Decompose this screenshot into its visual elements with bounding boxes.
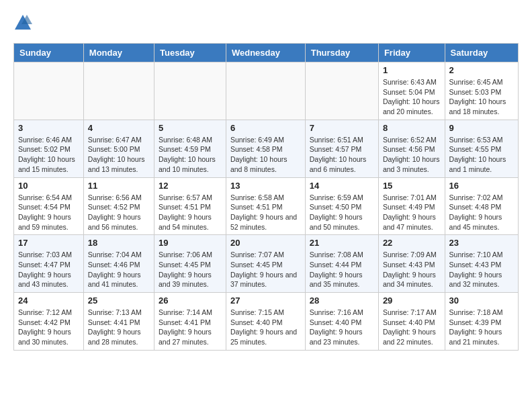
calendar-cell <box>14 62 84 120</box>
day-info: Sunrise: 6:58 AM Sunset: 4:51 PM Dayligh… <box>230 193 301 232</box>
day-info: Sunrise: 7:08 AM Sunset: 4:44 PM Dayligh… <box>310 250 374 289</box>
calendar-week-row: 17Sunrise: 7:03 AM Sunset: 4:47 PM Dayli… <box>14 235 519 293</box>
calendar-week-row: 1Sunrise: 6:43 AM Sunset: 5:04 PM Daylig… <box>14 62 519 120</box>
calendar-cell: 23Sunrise: 7:10 AM Sunset: 4:43 PM Dayli… <box>445 235 518 293</box>
calendar-week-row: 24Sunrise: 7:12 AM Sunset: 4:42 PM Dayli… <box>14 293 519 351</box>
day-info: Sunrise: 6:53 AM Sunset: 4:55 PM Dayligh… <box>449 135 514 175</box>
col-header-monday: Monday <box>83 44 154 62</box>
calendar-cell: 29Sunrise: 7:17 AM Sunset: 4:40 PM Dayli… <box>378 293 445 351</box>
calendar-cell: 9Sunrise: 6:53 AM Sunset: 4:55 PM Daylig… <box>445 120 518 177</box>
calendar-table: SundayMondayTuesdayWednesdayThursdayFrid… <box>13 43 519 351</box>
day-info: Sunrise: 7:09 AM Sunset: 4:43 PM Dayligh… <box>383 250 441 289</box>
day-info: Sunrise: 7:10 AM Sunset: 4:43 PM Dayligh… <box>449 250 514 289</box>
day-info: Sunrise: 6:49 AM Sunset: 4:58 PM Dayligh… <box>230 135 301 175</box>
day-number: 23 <box>449 238 514 248</box>
day-number: 8 <box>383 123 441 133</box>
day-number: 21 <box>310 238 374 248</box>
col-header-wednesday: Wednesday <box>226 44 305 62</box>
calendar-cell: 11Sunrise: 6:56 AM Sunset: 4:52 PM Dayli… <box>83 177 154 235</box>
calendar-cell: 24Sunrise: 7:12 AM Sunset: 4:42 PM Dayli… <box>14 293 84 351</box>
day-number: 6 <box>230 123 301 133</box>
calendar-cell: 21Sunrise: 7:08 AM Sunset: 4:44 PM Dayli… <box>305 235 378 293</box>
day-info: Sunrise: 6:47 AM Sunset: 5:00 PM Dayligh… <box>88 135 150 175</box>
calendar-cell: 2Sunrise: 6:45 AM Sunset: 5:03 PM Daylig… <box>445 62 518 120</box>
calendar-cell: 22Sunrise: 7:09 AM Sunset: 4:43 PM Dayli… <box>378 235 445 293</box>
day-info: Sunrise: 6:48 AM Sunset: 4:59 PM Dayligh… <box>159 135 222 175</box>
day-number: 27 <box>230 295 301 306</box>
calendar-cell <box>305 62 378 120</box>
calendar-cell: 4Sunrise: 6:47 AM Sunset: 5:00 PM Daylig… <box>83 120 154 177</box>
calendar-week-row: 10Sunrise: 6:54 AM Sunset: 4:54 PM Dayli… <box>14 177 519 235</box>
calendar-cell: 17Sunrise: 7:03 AM Sunset: 4:47 PM Dayli… <box>14 235 84 293</box>
day-info: Sunrise: 7:13 AM Sunset: 4:41 PM Dayligh… <box>88 308 150 347</box>
calendar-cell: 16Sunrise: 7:02 AM Sunset: 4:48 PM Dayli… <box>445 177 518 235</box>
day-number: 3 <box>18 123 79 133</box>
day-number: 12 <box>159 181 222 191</box>
day-info: Sunrise: 7:17 AM Sunset: 4:40 PM Dayligh… <box>383 308 441 347</box>
day-info: Sunrise: 6:45 AM Sunset: 5:03 PM Dayligh… <box>449 77 514 117</box>
calendar-cell <box>226 62 305 120</box>
calendar-cell: 20Sunrise: 7:07 AM Sunset: 4:45 PM Dayli… <box>226 235 305 293</box>
day-number: 28 <box>310 295 374 306</box>
day-number: 30 <box>449 295 514 306</box>
calendar-cell: 10Sunrise: 6:54 AM Sunset: 4:54 PM Dayli… <box>14 177 84 235</box>
day-number: 25 <box>88 295 150 306</box>
calendar-cell: 7Sunrise: 6:51 AM Sunset: 4:57 PM Daylig… <box>305 120 378 177</box>
calendar-cell: 14Sunrise: 6:59 AM Sunset: 4:50 PM Dayli… <box>305 177 378 235</box>
calendar-header-row: SundayMondayTuesdayWednesdayThursdayFrid… <box>14 44 519 62</box>
day-number: 4 <box>88 123 150 133</box>
day-number: 2 <box>449 65 514 75</box>
calendar-cell: 8Sunrise: 6:52 AM Sunset: 4:56 PM Daylig… <box>378 120 445 177</box>
col-header-sunday: Sunday <box>14 44 84 62</box>
day-number: 5 <box>159 123 222 133</box>
calendar-cell <box>154 62 226 120</box>
logo <box>13 13 35 32</box>
day-info: Sunrise: 7:01 AM Sunset: 4:49 PM Dayligh… <box>383 193 441 232</box>
day-info: Sunrise: 7:02 AM Sunset: 4:48 PM Dayligh… <box>449 193 514 232</box>
day-info: Sunrise: 7:12 AM Sunset: 4:42 PM Dayligh… <box>18 308 79 347</box>
day-number: 13 <box>230 181 301 191</box>
col-header-thursday: Thursday <box>305 44 378 62</box>
calendar-cell: 5Sunrise: 6:48 AM Sunset: 4:59 PM Daylig… <box>154 120 226 177</box>
calendar-cell: 3Sunrise: 6:46 AM Sunset: 5:02 PM Daylig… <box>14 120 84 177</box>
calendar-cell: 1Sunrise: 6:43 AM Sunset: 5:04 PM Daylig… <box>378 62 445 120</box>
day-info: Sunrise: 6:59 AM Sunset: 4:50 PM Dayligh… <box>310 193 374 232</box>
day-number: 19 <box>159 238 222 248</box>
day-info: Sunrise: 7:14 AM Sunset: 4:41 PM Dayligh… <box>159 308 222 347</box>
calendar-cell <box>83 62 154 120</box>
calendar-cell: 12Sunrise: 6:57 AM Sunset: 4:51 PM Dayli… <box>154 177 226 235</box>
calendar-cell: 6Sunrise: 6:49 AM Sunset: 4:58 PM Daylig… <box>226 120 305 177</box>
calendar-cell: 30Sunrise: 7:18 AM Sunset: 4:39 PM Dayli… <box>445 293 518 351</box>
day-info: Sunrise: 6:51 AM Sunset: 4:57 PM Dayligh… <box>310 135 374 175</box>
header <box>13 13 519 32</box>
col-header-tuesday: Tuesday <box>154 44 226 62</box>
day-number: 17 <box>18 238 79 248</box>
logo-icon <box>13 13 32 32</box>
calendar-cell: 27Sunrise: 7:15 AM Sunset: 4:40 PM Dayli… <box>226 293 305 351</box>
calendar-page: SundayMondayTuesdayWednesdayThursdayFrid… <box>0 0 532 364</box>
day-info: Sunrise: 7:15 AM Sunset: 4:40 PM Dayligh… <box>230 308 301 347</box>
col-header-friday: Friday <box>378 44 445 62</box>
calendar-cell: 26Sunrise: 7:14 AM Sunset: 4:41 PM Dayli… <box>154 293 226 351</box>
day-number: 7 <box>310 123 374 133</box>
day-info: Sunrise: 6:56 AM Sunset: 4:52 PM Dayligh… <box>88 193 150 232</box>
calendar-cell: 15Sunrise: 7:01 AM Sunset: 4:49 PM Dayli… <box>378 177 445 235</box>
col-header-saturday: Saturday <box>445 44 518 62</box>
day-number: 24 <box>18 295 79 306</box>
day-info: Sunrise: 7:03 AM Sunset: 4:47 PM Dayligh… <box>18 250 79 289</box>
calendar-cell: 25Sunrise: 7:13 AM Sunset: 4:41 PM Dayli… <box>83 293 154 351</box>
calendar-week-row: 3Sunrise: 6:46 AM Sunset: 5:02 PM Daylig… <box>14 120 519 177</box>
day-info: Sunrise: 6:46 AM Sunset: 5:02 PM Dayligh… <box>18 135 79 175</box>
day-info: Sunrise: 7:16 AM Sunset: 4:40 PM Dayligh… <box>310 308 374 347</box>
day-info: Sunrise: 6:54 AM Sunset: 4:54 PM Dayligh… <box>18 193 79 232</box>
day-number: 11 <box>88 181 150 191</box>
day-number: 14 <box>310 181 374 191</box>
day-number: 9 <box>449 123 514 133</box>
calendar-cell: 19Sunrise: 7:06 AM Sunset: 4:45 PM Dayli… <box>154 235 226 293</box>
day-number: 16 <box>449 181 514 191</box>
day-info: Sunrise: 7:04 AM Sunset: 4:46 PM Dayligh… <box>88 250 150 289</box>
day-info: Sunrise: 7:07 AM Sunset: 4:45 PM Dayligh… <box>230 250 301 289</box>
calendar-cell: 28Sunrise: 7:16 AM Sunset: 4:40 PM Dayli… <box>305 293 378 351</box>
day-number: 10 <box>18 181 79 191</box>
day-number: 26 <box>159 295 222 306</box>
